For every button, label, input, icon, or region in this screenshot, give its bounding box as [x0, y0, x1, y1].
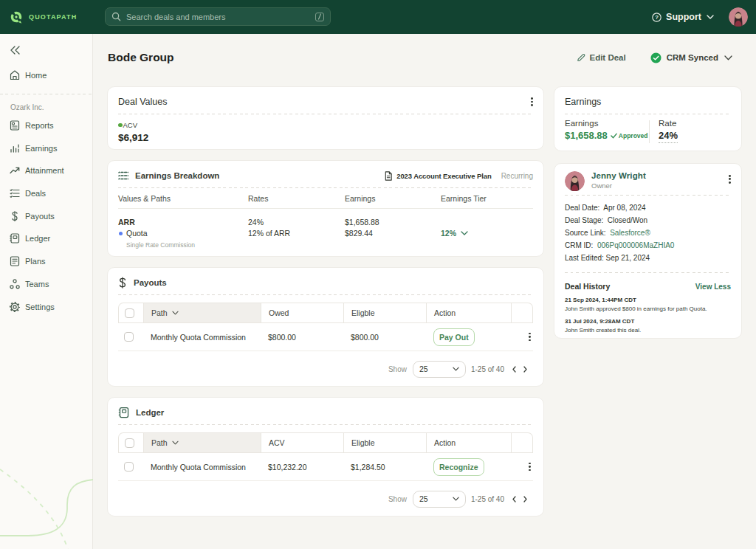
svg-text:?: ?: [655, 14, 659, 21]
